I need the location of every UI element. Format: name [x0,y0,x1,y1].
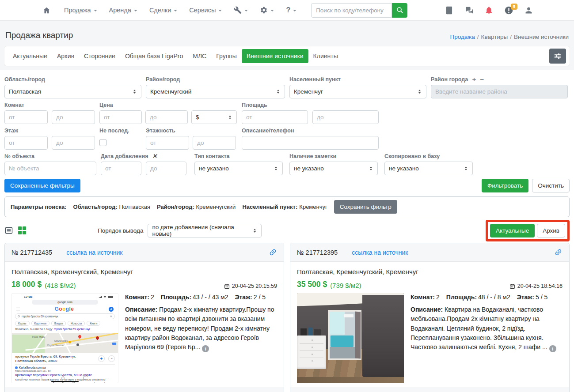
rooms-from-input[interactable] [4,110,48,124]
price-label: Цена [99,102,237,108]
date-to-input[interactable] [146,162,186,175]
alerts-icon[interactable]: 5 [504,6,513,15]
updown-icon [416,88,423,95]
clear-date-icon[interactable]: ✕ [152,153,157,159]
rooms-to-input[interactable] [52,110,95,124]
tab-mls[interactable]: МЛС [188,49,211,63]
link-icon[interactable] [554,248,563,256]
archive-listings-button[interactable]: Архив [537,224,565,237]
page-title: Продажа квартир [5,30,73,40]
tab-third-party[interactable]: Сторонние [79,49,120,63]
home-icon[interactable] [42,6,51,15]
calendar-icon [509,283,515,289]
area-to-input[interactable] [312,110,379,124]
tab-clients[interactable]: Клиенты [308,49,343,63]
description-phone-input[interactable] [242,136,379,150]
saved-filters-button[interactable]: Сохраненные фильтры [4,179,80,192]
region-select[interactable]: Полтавская [4,85,141,98]
messages-icon[interactable] [464,6,474,15]
floor-to-input[interactable] [52,136,95,150]
breadcrumb-sale[interactable]: Продажа [450,34,475,40]
listing-image[interactable]: 17:08 google.com GoogleA героїв бреста 6… [11,293,118,383]
order-select[interactable]: по дате добавления (сначала новые) [148,224,262,237]
note-label: Наличие заметки [289,153,378,159]
currency-select[interactable]: $ [191,110,237,124]
menu-services[interactable]: Сервисы [189,7,222,14]
updown-icon [227,114,233,121]
chevron-down-icon [293,10,297,11]
menu-rent[interactable]: Аренда [109,7,137,14]
sliders-icon [553,52,562,60]
listing-description: Описание: Квартира на Водаканалі, частко… [411,305,563,352]
area-value: 43 / - / 43 м2 [193,294,228,301]
tab-external-sources[interactable]: Внешние источники [242,49,308,63]
settings-menu[interactable] [260,6,274,14]
link-icon[interactable] [269,248,277,256]
search-input[interactable] [311,3,392,18]
search-icon [396,6,404,14]
save-filter-button[interactable]: Сохранить фильтр [334,200,397,214]
filter-actions: Сохраненные фильтры Фильтровать Очистить [0,178,574,192]
date-added: 20-04-25 20:15:59 [224,283,277,289]
updown-icon [275,88,281,95]
floors-total-to-input[interactable] [193,136,236,150]
close-icon: ✕ [110,315,112,318]
navbar-right-icons: 5 [445,6,533,15]
grid-view-icon[interactable] [18,226,26,234]
rooms-value: 2 [436,294,440,301]
listing-photo[interactable] [297,293,404,383]
help-menu[interactable]: ? [286,6,297,14]
tab-ligapro[interactable]: Общая база LigaPro [120,49,188,63]
search-icon [18,315,20,317]
tools-menu[interactable] [234,6,248,14]
journal-icon[interactable] [445,6,454,15]
not-last-label: Не послед. [99,127,141,134]
actual-listings-button[interactable]: Актуальные [490,224,535,237]
not-last-checkbox[interactable] [99,139,106,146]
tab-archive[interactable]: Архив [52,49,79,63]
question-icon: ? [286,6,290,14]
settlement-select[interactable]: Кременчуг [289,85,426,98]
contact-type-select[interactable]: не указано [194,162,283,175]
info-icon[interactable]: i [549,345,556,352]
area-from-input[interactable] [242,110,308,124]
notifications-bell-icon[interactable] [484,6,494,15]
header-band: Продажа квартир Продажа/Квартиры/Внешние… [0,21,574,70]
info-icon[interactable]: i [202,345,209,352]
object-number-input[interactable] [4,162,96,175]
chevron-down-icon [174,10,177,11]
clear-button[interactable]: Очистить [532,179,570,192]
menu-sale[interactable]: Продажа [64,7,97,14]
card-header: № 217712395 ссылка на источник [290,243,569,262]
search-button[interactable] [392,3,407,18]
calendar-icon [224,283,230,289]
floor-value: 5 / 5 [536,294,547,301]
highlight-annotation-box: Актуальные Архив [486,220,570,241]
top-navbar: Продажа Аренда Сделки Сервисы ? 5 [0,0,574,21]
floor-from-input[interactable] [4,136,48,150]
updown-icon [251,227,258,234]
add-district-icon[interactable]: + [472,76,476,83]
date-from-input[interactable] [101,162,141,175]
district-select[interactable]: Кременчугский [146,85,285,98]
tab-groups[interactable]: Группы [211,49,242,63]
city-district-input[interactable] [431,85,568,98]
profile-icon[interactable] [524,6,533,15]
floors-total-from-input[interactable] [146,136,189,150]
filter-panel-toggle-button[interactable] [549,49,566,64]
price-from-input[interactable] [99,110,142,124]
source-link[interactable]: ссылка на источник [352,249,408,256]
tab-actual[interactable]: Актуальные [8,49,52,63]
order-label: Порядок вывода [98,227,143,234]
note-select[interactable]: не указано [289,162,378,175]
menu-deals[interactable]: Сделки [149,7,177,14]
copied-select[interactable]: не указано [384,162,473,175]
filter-button[interactable]: Фильтровать [482,179,528,192]
price-to-input[interactable] [145,110,188,124]
price-per-m2: (739 $/м2) [330,282,361,289]
list-view-icon[interactable] [4,226,13,235]
date-added: 20-04-25 18:54:16 [509,283,563,289]
updown-icon [463,165,469,172]
source-link[interactable]: ссылка на источник [66,249,122,256]
remove-district-icon[interactable]: − [480,76,484,83]
